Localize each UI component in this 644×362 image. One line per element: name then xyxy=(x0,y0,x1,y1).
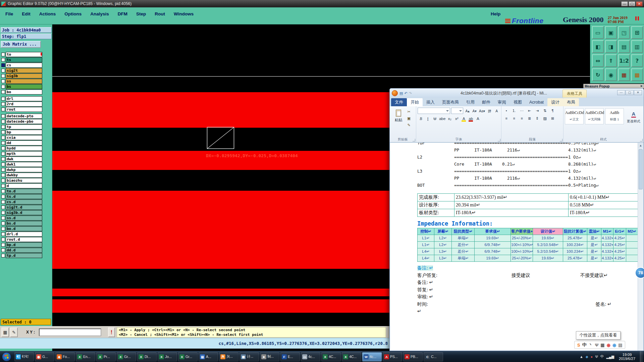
tray-icon[interactable]: ◈ xyxy=(586,355,588,359)
show-desktop-button[interactable] xyxy=(640,351,643,362)
layer-name-button[interactable]: sig3b xyxy=(6,73,42,78)
ime-toolbar-icon[interactable]: Ψ xyxy=(595,343,599,348)
view-tool-button[interactable]: 1:2 xyxy=(618,54,630,67)
start-button[interactable] xyxy=(2,352,11,361)
layer-checkbox[interactable] xyxy=(1,232,5,236)
layer-checkbox[interactable] xyxy=(1,58,5,62)
taskbar-item[interactable]: A PB... xyxy=(403,352,423,361)
menu-item[interactable]: Options xyxy=(64,11,82,16)
layer-checkbox[interactable] xyxy=(1,63,5,67)
taskbar-item[interactable]: ▦ 计... xyxy=(239,352,259,361)
layer-name-button[interactable]: to xyxy=(6,52,42,57)
taskbar-item[interactable]: 兴 兴... xyxy=(219,352,238,361)
ribbon-tab[interactable]: 插入 xyxy=(423,98,438,106)
paragraph-list-button[interactable]: • xyxy=(503,108,510,114)
layer-checkbox[interactable] xyxy=(1,102,5,106)
paragraph-list-button[interactable]: 1. xyxy=(511,108,518,114)
layer-name-button[interactable]: tp xyxy=(6,124,42,129)
layer-name-button[interactable]: cvia xyxy=(6,135,42,140)
layer-name-button[interactable]: bp.d xyxy=(6,242,42,247)
menu-item[interactable]: Windows xyxy=(174,11,194,16)
font-size-combo[interactable] xyxy=(451,108,463,114)
taskbar-clock[interactable]: 19:09 2019/6/27 xyxy=(617,353,637,361)
taskbar-item[interactable]: X 4C... xyxy=(342,352,361,361)
menu-item-help[interactable]: Help xyxy=(491,11,500,16)
ime-toolbar-icon[interactable]: 中 xyxy=(582,342,587,348)
floating-badge[interactable]: 78 xyxy=(635,267,644,279)
view-tool-button[interactable]: ⇑ xyxy=(605,54,617,67)
font-format-button[interactable]: B xyxy=(418,116,424,122)
layer-name-button[interactable]: mpth xyxy=(6,151,42,156)
minimize-button[interactable]: — xyxy=(621,1,628,6)
layer-name-button[interactable]: biaozhu xyxy=(6,178,42,183)
view-tool-button[interactable]: ▦ xyxy=(618,68,630,81)
view-tool-button[interactable]: ◉ xyxy=(605,68,617,81)
layer-checkbox[interactable] xyxy=(1,163,5,166)
clipboard-tool-button[interactable]: ✎ xyxy=(406,123,412,129)
layer-checkbox[interactable] xyxy=(1,173,5,177)
layer-name-button[interactable]: dwk xyxy=(6,157,42,162)
layer-checkbox[interactable] xyxy=(1,141,5,145)
font-format-button[interactable]: x² xyxy=(453,116,460,122)
layer-checkbox[interactable] xyxy=(1,189,5,193)
close-button[interactable]: ✕ xyxy=(636,1,643,6)
layer-checkbox[interactable] xyxy=(1,120,5,123)
taskbar-item[interactable]: ▭ 4c... xyxy=(301,352,320,361)
ribbon-tab[interactable]: 布局 xyxy=(563,98,579,106)
layer-checkbox[interactable] xyxy=(1,53,5,56)
ime-toolbar-icon[interactable]: ▤ xyxy=(618,343,622,348)
ribbon-tab[interactable]: 视图 xyxy=(510,98,526,106)
font-format-button[interactable]: A xyxy=(475,116,481,122)
layer-checkbox[interactable] xyxy=(1,74,5,78)
paragraph-align-button[interactable]: ≡ xyxy=(511,115,518,122)
layer-name-button[interactable]: dd.d xyxy=(6,248,42,253)
layer-name-button[interactable]: rout.d xyxy=(6,237,42,242)
layer-checkbox[interactable] xyxy=(1,136,5,139)
font-format-button[interactable]: ab xyxy=(468,116,474,122)
layer-checkbox[interactable] xyxy=(1,195,5,198)
taskbar-item[interactable]: W 4c... xyxy=(362,352,382,361)
layer-checkbox[interactable] xyxy=(1,227,5,231)
layer-checkbox[interactable] xyxy=(1,184,5,188)
measure-popup-titlebar[interactable]: Measure Popup ✕ xyxy=(583,84,644,88)
tray-icon[interactable]: ▲ xyxy=(580,355,583,359)
ime-toolbar-icon[interactable]: ◉ xyxy=(612,343,616,348)
document-area[interactable]: TOP ====================================… xyxy=(390,143,643,351)
ribbon-tab[interactable]: 引用 xyxy=(463,98,478,106)
paragraph-list-button[interactable]: ⇅ xyxy=(541,108,548,114)
layer-name-button[interactable]: dwkp xyxy=(6,167,42,172)
view-tool-button[interactable]: ◧ xyxy=(592,40,604,53)
font-format-button[interactable]: U xyxy=(432,116,438,122)
taskbar-item[interactable]: C C... xyxy=(424,352,443,361)
style-card[interactable]: AaBbCcDd ↵无间隔 xyxy=(585,108,604,124)
change-styles-button[interactable]: A 更改样式 xyxy=(625,108,642,137)
layer-checkbox[interactable] xyxy=(1,238,5,241)
layer-checkbox[interactable] xyxy=(1,179,5,182)
layer-name-button[interactable]: bs.d xyxy=(6,221,42,226)
tray-icon[interactable]: Ψ xyxy=(595,355,598,359)
paragraph-align-button[interactable]: ≡ xyxy=(503,115,510,122)
ribbon-tab[interactable]: Acrobat xyxy=(526,98,547,106)
taskbar-item[interactable]: 钉 钉钉 xyxy=(14,352,34,361)
paragraph-list-button[interactable]: ⋯ xyxy=(518,108,525,114)
paragraph-align-button[interactable]: ⇕ xyxy=(534,115,541,122)
layer-name-button[interactable]: 2rd xyxy=(6,102,42,107)
taskbar-item[interactable]: ◉ G... xyxy=(35,352,54,361)
view-tool-button[interactable]: ▤ xyxy=(618,40,630,53)
layer-name-button[interactable]: sig3b.d xyxy=(6,210,42,215)
layer-name-button[interactable]: ts.d xyxy=(6,194,42,199)
tray-icon[interactable]: 中 xyxy=(600,354,604,359)
taskbar-item[interactable]: ■ 制... xyxy=(260,352,279,361)
taskbar-item[interactable]: X En... xyxy=(76,352,95,361)
qat-button[interactable]: ↶ xyxy=(404,91,407,96)
word-close-button[interactable]: ✕ xyxy=(634,90,642,95)
paragraph-align-button[interactable]: ≡ xyxy=(518,115,525,122)
layer-checkbox[interactable] xyxy=(1,69,5,72)
layer-name-button[interactable]: cs.d xyxy=(6,199,42,204)
layer-checkbox[interactable] xyxy=(1,85,5,88)
paragraph-list-button[interactable]: ⇤ xyxy=(526,108,533,114)
menu-item[interactable]: DFM xyxy=(118,11,127,16)
menu-item[interactable]: Analysis xyxy=(90,11,109,16)
taskbar-item[interactable]: ▤ A... xyxy=(199,352,218,361)
layer-name-button[interactable]: to.d xyxy=(6,189,42,194)
